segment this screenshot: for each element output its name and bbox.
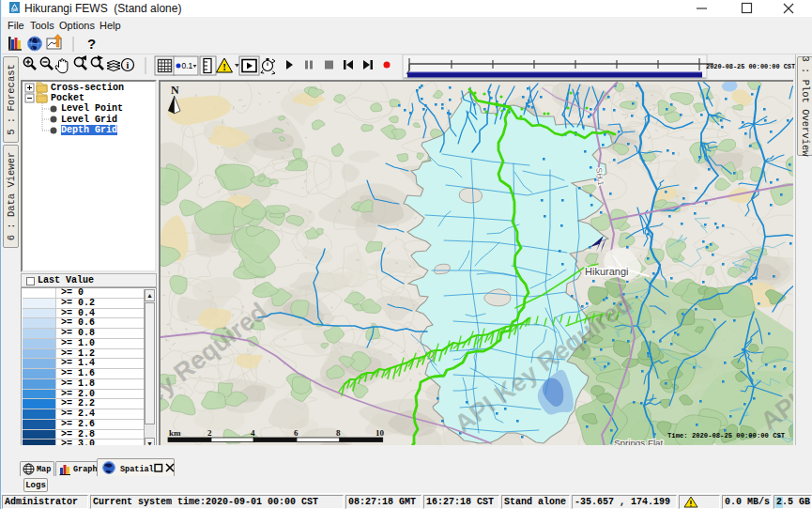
svg-text:8: 8 (336, 428, 341, 438)
svg-text:!: ! (222, 61, 226, 72)
svg-text:N: N (171, 84, 179, 97)
svg-text:4: 4 (251, 428, 255, 438)
svg-text:0.1: 0.1 (182, 61, 193, 70)
svg-text:Hikurangi: Hikurangi (585, 266, 628, 277)
svg-text:10: 10 (375, 428, 385, 438)
svg-text:?: ? (87, 36, 96, 52)
svg-text:2: 2 (207, 428, 212, 438)
svg-text:Time: 2020-08-25 00:00:00 CST: Time: 2020-08-25 00:00:00 CST (667, 432, 786, 440)
svg-text:6: 6 (294, 428, 299, 438)
svg-text:i: i (126, 60, 129, 70)
svg-text:Springs Flat: Springs Flat (614, 438, 664, 445)
svg-text:km: km (169, 428, 181, 438)
